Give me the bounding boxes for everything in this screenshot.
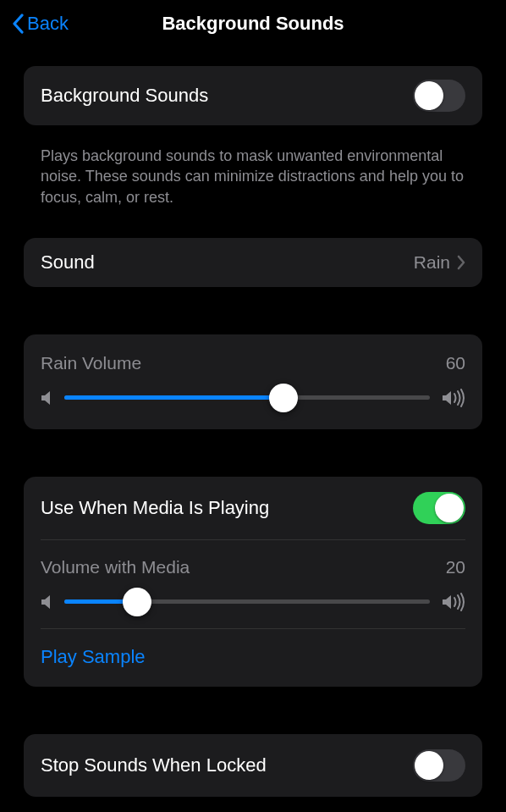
background-sounds-row: Background Sounds bbox=[24, 66, 482, 125]
background-sounds-description: Plays background sounds to mask unwanted… bbox=[24, 137, 482, 207]
stop-when-locked-toggle[interactable] bbox=[413, 749, 465, 782]
media-volume-label: Volume with Media bbox=[41, 557, 190, 577]
back-label: Back bbox=[27, 13, 69, 35]
media-volume-slider[interactable] bbox=[64, 599, 430, 604]
media-group: Use When Media Is Playing Volume with Me… bbox=[24, 477, 482, 687]
use-media-label: Use When Media Is Playing bbox=[41, 497, 269, 519]
play-sample-row: Play Sample bbox=[24, 629, 482, 687]
slider-fill bbox=[64, 395, 283, 400]
sound-row[interactable]: Sound Rain bbox=[24, 238, 482, 287]
rain-volume-group: Rain Volume 60 bbox=[24, 334, 482, 429]
locked-group: Stop Sounds When Locked bbox=[24, 734, 482, 797]
volume-high-icon bbox=[442, 593, 465, 611]
sound-group: Sound Rain bbox=[24, 238, 482, 287]
use-media-toggle[interactable] bbox=[413, 492, 465, 524]
rain-volume-label: Rain Volume bbox=[41, 353, 141, 373]
background-sounds-label: Background Sounds bbox=[41, 85, 208, 107]
media-volume-value: 20 bbox=[446, 557, 465, 577]
play-sample-button[interactable]: Play Sample bbox=[41, 646, 146, 667]
volume-low-icon bbox=[41, 594, 52, 610]
toggle-knob bbox=[415, 81, 443, 110]
toggle-knob bbox=[435, 494, 464, 522]
sound-value-container: Rain bbox=[414, 252, 465, 273]
page-title: Background Sounds bbox=[162, 13, 344, 35]
sound-value: Rain bbox=[414, 252, 450, 273]
back-button[interactable]: Back bbox=[12, 0, 69, 47]
volume-low-icon bbox=[41, 389, 52, 406]
slider-thumb[interactable] bbox=[123, 588, 151, 616]
chevron-right-icon bbox=[457, 255, 465, 270]
background-sounds-group: Background Sounds bbox=[24, 66, 482, 125]
navigation-header: Back Background Sounds bbox=[0, 0, 506, 47]
volume-high-icon bbox=[442, 389, 465, 407]
chevron-left-icon bbox=[12, 14, 24, 34]
rain-volume-slider[interactable] bbox=[64, 395, 430, 400]
stop-when-locked-description: When enabled, background sounds will sto… bbox=[24, 809, 482, 812]
media-volume-block: Volume with Media 20 bbox=[24, 540, 482, 628]
rain-volume-block: Rain Volume 60 bbox=[24, 334, 482, 429]
background-sounds-toggle[interactable] bbox=[413, 80, 465, 112]
slider-thumb[interactable] bbox=[269, 384, 298, 412]
stop-when-locked-row: Stop Sounds When Locked bbox=[24, 734, 482, 797]
rain-volume-value: 60 bbox=[446, 353, 465, 373]
use-media-row: Use When Media Is Playing bbox=[24, 477, 482, 539]
stop-when-locked-label: Stop Sounds When Locked bbox=[41, 754, 267, 776]
sound-label: Sound bbox=[41, 251, 95, 273]
toggle-knob bbox=[415, 751, 443, 780]
